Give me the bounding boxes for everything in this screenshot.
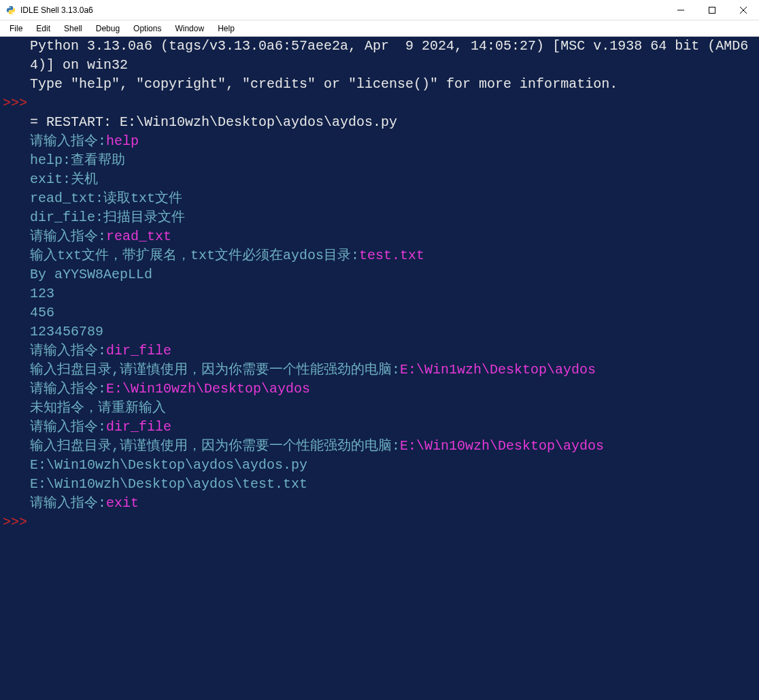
shell-line: Type "help", "copyright", "credits" or "…: [30, 75, 754, 94]
prompt: [0, 170, 30, 189]
shell-text: 请输入指令:: [30, 133, 106, 149]
prompt: [0, 456, 30, 475]
shell-line: 输入扫盘目录,请谨慎使用，因为你需要一个性能强劲的电脑:E:\Win10wzh\…: [30, 437, 754, 456]
shell-line: 请输入指令:E:\Win10wzh\Desktop\aydos: [30, 380, 754, 399]
shell-text: 输入txt文件，带扩展名，txt文件必须在aydos目录:: [30, 248, 359, 263]
prompt: [0, 132, 30, 151]
shell-text: dir_file:扫描目录文件: [30, 210, 185, 225]
shell-line: 请输入指令:exit: [30, 494, 754, 513]
shell-line: 输入扫盘目录,请谨慎使用，因为你需要一个性能强劲的电脑:E:\Win1wzh\D…: [30, 361, 754, 380]
menu-edit[interactable]: Edit: [29, 22, 57, 35]
shell-text: E:\Win10wzh\Desktop\aydos\test.txt: [30, 476, 307, 492]
shell-content[interactable]: Python 3.13.0a6 (tags/v3.13.0a6:57aee2a,…: [30, 37, 759, 700]
shell-text: E:\Win10wzh\Desktop\aydos\aydos.py: [30, 457, 307, 473]
shell-line: exit:关机: [30, 170, 754, 189]
shell-area[interactable]: >>>>>> Python 3.13.0a6 (tags/v3.13.0a6:5…: [0, 37, 759, 700]
shell-text: 请输入指令:: [30, 381, 106, 397]
close-button[interactable]: [728, 0, 759, 20]
shell-text: E:\Win1wzh\Desktop\aydos: [400, 362, 596, 378]
shell-text: read_txt:读取txt文件: [30, 190, 182, 206]
shell-text: dir_file: [106, 343, 171, 359]
menu-window[interactable]: Window: [168, 22, 211, 35]
prompt: [0, 322, 30, 341]
prompt-gutter: >>>>>>: [0, 37, 30, 700]
shell-line: [30, 513, 754, 532]
svg-rect-1: [709, 7, 715, 14]
menu-debug[interactable]: Debug: [89, 22, 126, 35]
prompt-filler: [0, 56, 30, 75]
shell-text: E:\Win10wzh\Desktop\aydos: [400, 438, 604, 454]
prompt: [0, 151, 30, 170]
shell-line: 请输入指令:read_txt: [30, 227, 754, 246]
menu-file[interactable]: File: [3, 22, 29, 35]
prompt: [0, 494, 30, 513]
shell-line: E:\Win10wzh\Desktop\aydos\test.txt: [30, 475, 754, 494]
menu-options[interactable]: Options: [126, 22, 168, 35]
prompt: [0, 246, 30, 265]
shell-text: help:查看帮助: [30, 152, 125, 168]
shell-text: exit:关机: [30, 171, 98, 187]
shell-text: exit: [106, 495, 139, 511]
shell-line: 123: [30, 284, 754, 303]
prompt: [0, 265, 30, 284]
shell-line: 123456789: [30, 322, 754, 341]
prompt: [0, 361, 30, 380]
prompt: [0, 437, 30, 456]
shell-line: read_txt:读取txt文件: [30, 189, 754, 208]
shell-text: Type "help", "copyright", "credits" or "…: [30, 76, 618, 92]
window-title: IDLE Shell 3.13.0a6: [20, 5, 665, 15]
shell-text: read_txt: [106, 229, 171, 244]
menubar: File Edit Shell Debug Options Window Hel…: [0, 20, 759, 37]
shell-line: 未知指令，请重新输入: [30, 399, 754, 418]
shell-line: By aYYSW8AepLLd: [30, 265, 754, 284]
shell-text: 输入扫盘目录,请谨慎使用，因为你需要一个性能强劲的电脑:: [30, 362, 400, 378]
prompt: [0, 475, 30, 494]
prompt: [0, 380, 30, 399]
prompt: [0, 75, 30, 94]
prompt: [0, 189, 30, 208]
shell-text: 123456789: [30, 324, 103, 339]
shell-line: 请输入指令:help: [30, 132, 754, 151]
shell-text: help: [106, 133, 139, 149]
shell-text: 未知指令，请重新输入: [30, 400, 166, 416]
shell-text: 请输入指令:: [30, 343, 106, 359]
shell-line: [30, 94, 754, 113]
shell-line: Python 3.13.0a6 (tags/v3.13.0a6:57aee2a,…: [30, 37, 754, 75]
shell-line: 456: [30, 303, 754, 322]
shell-line: dir_file:扫描目录文件: [30, 208, 754, 227]
menu-shell[interactable]: Shell: [57, 22, 89, 35]
shell-text: 输入扫盘目录,请谨慎使用，因为你需要一个性能强劲的电脑:: [30, 438, 400, 454]
shell-line: help:查看帮助: [30, 151, 754, 170]
prompt: [0, 341, 30, 361]
python-icon: [5, 5, 16, 16]
shell-text: 456: [30, 305, 54, 320]
shell-text: test.txt: [359, 248, 424, 263]
shell-text: E:\Win10wzh\Desktop\aydos: [106, 381, 310, 397]
prompt: [0, 303, 30, 322]
shell-line: = RESTART: E:\Win10wzh\Desktop\aydos\ayd…: [30, 113, 754, 132]
prompt: [0, 284, 30, 303]
prompt: [0, 418, 30, 437]
prompt: >>>: [0, 513, 30, 532]
menu-help[interactable]: Help: [211, 22, 241, 35]
prompt: [0, 399, 30, 418]
prompt: >>>: [0, 94, 30, 113]
window-controls: [665, 0, 759, 20]
shell-text: 请输入指令:: [30, 419, 106, 435]
shell-text: 123: [30, 286, 54, 301]
shell-text: 请输入指令:: [30, 495, 106, 511]
shell-line: 请输入指令:dir_file: [30, 418, 754, 437]
shell-text: By aYYSW8AepLLd: [30, 267, 152, 282]
prompt: [0, 113, 30, 132]
shell-text: dir_file: [106, 419, 171, 435]
prompt: [0, 37, 30, 56]
prompt: [0, 227, 30, 246]
window-titlebar: IDLE Shell 3.13.0a6: [0, 0, 759, 20]
shell-text: Python 3.13.0a6 (tags/v3.13.0a6:57aee2a,…: [30, 38, 748, 73]
maximize-button[interactable]: [696, 0, 728, 20]
shell-line: E:\Win10wzh\Desktop\aydos\aydos.py: [30, 456, 754, 475]
minimize-button[interactable]: [665, 0, 696, 20]
shell-line: 输入txt文件，带扩展名，txt文件必须在aydos目录:test.txt: [30, 246, 754, 265]
prompt: [0, 208, 30, 227]
shell-text: 请输入指令:: [30, 229, 106, 244]
